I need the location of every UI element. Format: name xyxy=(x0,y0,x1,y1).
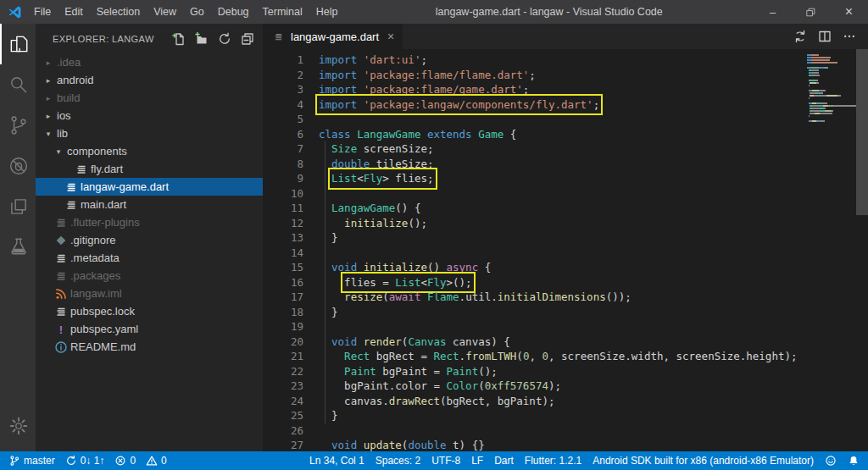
collapse-folders-button[interactable] xyxy=(241,32,254,46)
editor-scrollbar[interactable] xyxy=(856,49,868,451)
code-line-21[interactable]: 21 Rect bgRect = Rect.fromLTWH(0, 0, scr… xyxy=(263,349,868,364)
activity-test[interactable] xyxy=(0,227,36,268)
code-line-8[interactable]: 8 double tileSize; xyxy=(263,157,868,172)
tree-item-lib[interactable]: ▾lib xyxy=(36,124,263,142)
code-token: import xyxy=(319,53,357,66)
status-feedback[interactable] xyxy=(825,455,837,467)
minimap-seg xyxy=(812,90,819,91)
tree-item-build[interactable]: ▸build xyxy=(36,89,263,107)
extensions-icon xyxy=(8,196,30,218)
code-line-7[interactable]: 7 Size screenSize; xyxy=(263,141,868,157)
minimap[interactable] xyxy=(807,54,856,123)
status-notifications[interactable] xyxy=(848,455,860,467)
code-line-5[interactable]: 5 xyxy=(263,112,868,127)
status-language-mode[interactable]: Dart xyxy=(494,455,514,467)
tree-item-ios[interactable]: ▸ios xyxy=(36,107,263,124)
code-line-18[interactable]: 18 } xyxy=(263,305,868,320)
code-line-12[interactable]: 12 initialize(); xyxy=(263,216,868,231)
more-actions-button[interactable] xyxy=(843,30,856,43)
menu-help[interactable]: Help xyxy=(309,0,345,24)
minimize-button[interactable]: – xyxy=(754,0,792,24)
menu-go[interactable]: Go xyxy=(183,0,211,24)
tree-item--flutter-plugins[interactable]: .flutter-plugins xyxy=(36,213,263,231)
new-folder-button[interactable] xyxy=(195,32,209,46)
code-line-13[interactable]: 13 } xyxy=(263,230,868,246)
new-file-button[interactable] xyxy=(172,32,186,46)
tree-item--gitignore[interactable]: .gitignore xyxy=(36,231,263,249)
menu-view[interactable]: View xyxy=(147,0,183,24)
tree-item--metadata[interactable]: .metadata xyxy=(36,249,263,267)
restore-button[interactable] xyxy=(792,0,830,24)
tree-item-pubspec-lock[interactable]: pubspec.lock xyxy=(36,302,263,320)
code-line-20[interactable]: 20 void render(Canvas canvas) { xyxy=(263,335,868,350)
code-line-27[interactable]: 27 void update(double t) {} xyxy=(263,438,868,451)
code-token: canvas. xyxy=(344,395,389,407)
activity-debug[interactable] xyxy=(0,146,36,186)
menu-file[interactable]: File xyxy=(27,0,58,24)
code-line-24[interactable]: 24 canvas.drawRect(bgRect, bgPaint); xyxy=(263,394,868,409)
code-line-15[interactable]: 15 void initialize() async { xyxy=(263,260,868,275)
refresh-button[interactable] xyxy=(218,32,231,46)
tree-item-components[interactable]: ▾components xyxy=(36,142,263,160)
status-eol[interactable]: LF xyxy=(471,455,483,467)
minimap-seg xyxy=(810,110,821,112)
code-line-16[interactable]: 16 flies = List<Fly>(); xyxy=(263,275,868,290)
code-line-14[interactable]: 14 xyxy=(263,246,868,261)
debug-icon xyxy=(8,155,30,177)
status-cursor-position[interactable]: Ln 34, Col 1 xyxy=(309,455,364,467)
status-sync[interactable]: 0↓ 1↑ xyxy=(65,455,105,467)
code-token: Canvas xyxy=(408,335,446,348)
tree-item--packages[interactable]: .packages xyxy=(36,267,263,285)
tree-item-langaw-game-dart[interactable]: langaw-game.dart xyxy=(36,178,263,196)
code-line-22[interactable]: 22 Paint bgPaint = Paint(); xyxy=(263,364,868,379)
code-line-2[interactable]: 2import 'package:flame/flame.dart'; xyxy=(263,68,868,83)
code-line-1[interactable]: 1import 'dart:ui'; xyxy=(263,53,868,68)
tree-item-readme-md[interactable]: README.md xyxy=(36,338,263,356)
scrollbar-thumb[interactable] xyxy=(856,49,868,215)
tree-item-main-dart[interactable]: main.dart xyxy=(36,196,263,213)
code-line-10[interactable]: 10 xyxy=(263,186,868,202)
code-line-4[interactable]: 4import 'package:langaw/components/fly.d… xyxy=(263,97,868,113)
menu-debug[interactable]: Debug xyxy=(211,0,256,24)
code-line-17[interactable]: 17 resize(await Flame.util.initialDimens… xyxy=(263,290,868,305)
activity-source-control[interactable] xyxy=(0,105,36,146)
code-line-26[interactable]: 26 xyxy=(263,423,868,439)
open-changes-button[interactable] xyxy=(793,30,807,43)
status-indentation[interactable]: Spaces: 2 xyxy=(376,455,420,467)
status-errors[interactable]: 0 xyxy=(114,455,136,467)
close-button[interactable]: × xyxy=(830,0,868,24)
explorer-title: EXPLORER: LANGAW xyxy=(53,34,154,44)
tree-item-android[interactable]: ▸android xyxy=(36,71,263,89)
tree-item-label: pubspec.yaml xyxy=(70,323,138,335)
activity-search[interactable] xyxy=(0,64,36,105)
status-git-branch[interactable]: master xyxy=(8,455,55,467)
tree-item-fly-dart[interactable]: fly.dart xyxy=(36,160,263,178)
status-encoding[interactable]: UTF-8 xyxy=(431,455,460,467)
minimap-line xyxy=(807,69,856,71)
tree-item-pubspec-yaml[interactable]: !pubspec.yaml xyxy=(36,320,263,338)
split-editor-button[interactable] xyxy=(818,30,832,43)
code-line-3[interactable]: 3import 'package:flame/game.dart'; xyxy=(263,82,868,97)
code-line-6[interactable]: 6class LangawGame extends Game { xyxy=(263,127,868,142)
menu-terminal[interactable]: Terminal xyxy=(256,0,309,24)
code-line-11[interactable]: 11 LangawGame() { xyxy=(263,201,868,216)
code-line-19[interactable]: 19 xyxy=(263,319,868,335)
code-token: Flame xyxy=(427,290,459,303)
activity-explorer[interactable] xyxy=(0,24,36,64)
status-flutter-version[interactable]: Flutter: 1.2.1 xyxy=(525,455,581,467)
activity-extensions[interactable] xyxy=(0,186,36,227)
menu-selection[interactable]: Selection xyxy=(90,0,147,24)
tab-langaw-game-dart[interactable]: langaw-game.dart × xyxy=(263,24,403,49)
tree-item--idea[interactable]: ▸.idea xyxy=(36,53,263,71)
tree-item-langaw-iml[interactable]: langaw.iml xyxy=(36,285,263,302)
status-device[interactable]: Android SDK built for x86 (android-x86 E… xyxy=(593,455,814,467)
title-bar: FileEditSelectionViewGoDebugTerminalHelp… xyxy=(0,0,868,24)
code-line-9[interactable]: 9 List<Fly> flies; xyxy=(263,171,868,186)
minimap-line xyxy=(807,118,856,119)
activity-settings[interactable] xyxy=(0,406,36,446)
code-line-25[interactable]: 25 } xyxy=(263,408,868,423)
code-line-23[interactable]: 23 bgPaint.color = Color(0xff576574); xyxy=(263,379,868,394)
menu-edit[interactable]: Edit xyxy=(58,0,90,24)
status-warnings[interactable]: 0 xyxy=(146,455,167,467)
tab-close-icon[interactable]: × xyxy=(387,30,394,43)
